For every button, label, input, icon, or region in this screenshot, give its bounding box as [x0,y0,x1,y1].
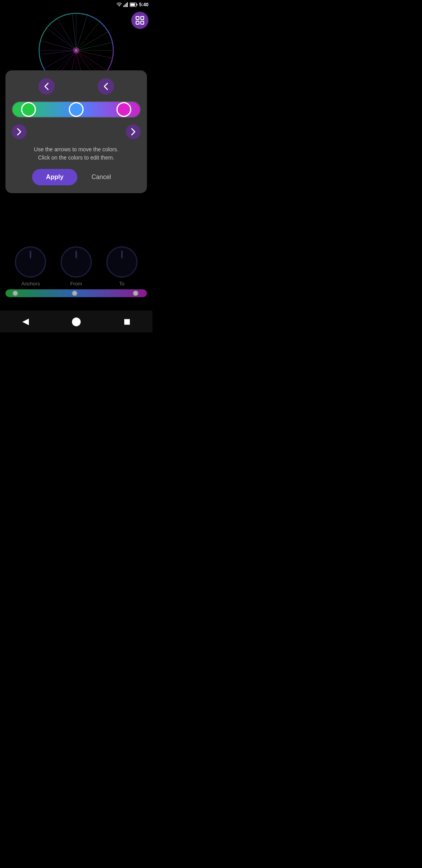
expand-button[interactable] [131,12,148,29]
color-slider[interactable] [12,100,141,119]
instruction-line-1: Use the arrows to move the colors. [12,145,141,154]
svg-rect-0 [123,5,124,7]
color-editor-modal: Use the arrows to move the colors. Click… [5,70,147,193]
status-time: 5:40 [139,2,148,7]
signal-icon [123,2,128,7]
svg-rect-35 [141,16,144,20]
svg-rect-6 [130,4,135,6]
chevron-left-2-button[interactable] [98,78,114,95]
wifi-icon [116,2,122,7]
svg-rect-1 [125,4,125,7]
svg-rect-34 [136,16,139,20]
chevron-row [12,78,141,95]
cancel-button[interactable]: Cancel [82,169,120,185]
arrow-right-1-icon [17,128,21,136]
chevron-left-2-icon [104,82,108,90]
blue-handle[interactable] [69,102,84,117]
chevron-left-1-button[interactable] [38,78,55,95]
svg-rect-5 [136,4,137,6]
arrow-row [12,123,141,141]
instruction-line-2: Click on the colors to edit them. [12,154,141,162]
status-icons [116,2,138,7]
battery-icon [130,2,138,7]
svg-rect-37 [141,21,144,24]
svg-rect-36 [136,21,139,24]
arrow-right-2-icon [131,128,136,136]
arrow-right-2-button[interactable] [126,124,141,139]
recents-button[interactable]: ◼ [118,313,136,330]
expand-icon [135,16,145,25]
apply-button[interactable]: Apply [32,169,77,185]
arrow-right-1-button[interactable] [12,124,27,139]
svg-rect-2 [126,3,127,7]
status-bar: 5:40 [0,0,152,9]
chevron-left-1-icon [44,82,49,90]
instruction-text: Use the arrows to move the colors. Click… [12,145,141,162]
green-handle[interactable] [21,102,36,117]
svg-rect-3 [127,2,128,7]
pink-handle[interactable] [116,102,131,117]
navigation-bar: ◀ ⬤ ◼ [0,310,152,332]
home-button[interactable]: ⬤ [68,313,85,330]
back-button[interactable]: ◀ [17,313,34,330]
action-row: Apply Cancel [12,169,141,185]
